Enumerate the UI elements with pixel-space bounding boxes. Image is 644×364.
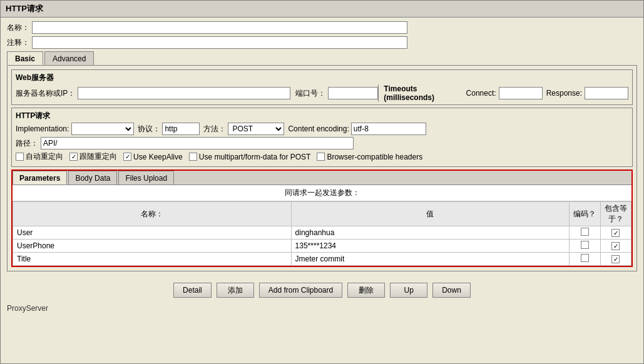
params-title: 同请求一起发送参数：: [13, 185, 631, 201]
detail-button[interactable]: Detail: [173, 283, 212, 298]
connect-label: Connect:: [466, 89, 496, 98]
comment-input[interactable]: [32, 36, 407, 49]
response-label: Response:: [546, 89, 582, 98]
http-request-row1: Implementation: 协议： 方法： POST GET PUT DEL…: [16, 123, 628, 135]
name-row: 名称： HTTP请求 application/x-www-form-urlenc…: [7, 21, 637, 34]
param-encode-cell[interactable]: [570, 226, 600, 240]
title-bar: HTTP请求: [1, 1, 643, 18]
up-button[interactable]: Up: [390, 283, 427, 298]
tab-body-data[interactable]: Body Data: [68, 171, 117, 185]
table-row: TitleJmeter commit: [13, 253, 631, 266]
tab-parameters[interactable]: Parameters: [13, 171, 67, 185]
col-encode-header: 编码？: [570, 202, 600, 226]
col-name-header: 名称：: [13, 202, 292, 226]
params-tab-row: Parameters Body Data Files Upload: [13, 171, 631, 185]
param-name-cell: UserPhone: [13, 240, 292, 253]
col-value-header: 值: [291, 202, 570, 226]
main-tabs-area: Basic Advanced Web服务器 服务器名称或IP： 端口号：: [7, 51, 637, 271]
checkbox-keepalive[interactable]: Use KeepAlive: [123, 153, 183, 161]
param-include-cell[interactable]: [600, 240, 631, 253]
impl-label: Implementation:: [16, 124, 69, 133]
protocol-label: 协议：: [138, 124, 160, 134]
table-row: Userdinghanhua: [13, 226, 631, 240]
http-request-section: HTTP请求 Implementation: 协议： 方法： POST GET …: [11, 108, 633, 167]
checkbox-auto-redirect[interactable]: 自动重定向: [16, 151, 63, 162]
down-button[interactable]: Down: [432, 283, 471, 298]
params-content: 同请求一起发送参数： 名称： 值 编码？ 包含等于？: [13, 185, 631, 266]
param-include-cell[interactable]: [600, 253, 631, 266]
method-label: 方法：: [203, 124, 226, 134]
path-label: 路径：: [16, 138, 38, 149]
tab-files-upload[interactable]: Files Upload: [118, 171, 174, 185]
path-input[interactable]: [41, 137, 354, 149]
encoding-input[interactable]: [351, 123, 426, 135]
param-value-cell: Jmeter commit: [291, 253, 570, 266]
main-tab-row: Basic Advanced: [7, 51, 637, 65]
checkbox-browser-headers[interactable]: Browser-compatible headers: [317, 153, 422, 161]
form-area: 名称： HTTP请求 application/x-www-form-urlenc…: [1, 18, 643, 278]
timeouts-label: Timeouts (milliseconds): [384, 84, 461, 102]
add-from-clipboard-button[interactable]: Add from Clipboard: [259, 283, 342, 298]
col-include-header: 包含等于？: [600, 202, 631, 226]
port-label: 端口号：: [295, 88, 325, 99]
checkboxes-row: 自动重定向 跟随重定向 Use KeepAlive Use multi: [16, 151, 628, 162]
main-window: HTTP请求 名称： HTTP请求 application/x-www-form…: [0, 0, 644, 364]
delete-button[interactable]: 删除: [347, 283, 385, 298]
http-request-label: HTTP请求: [16, 111, 628, 121]
bottom-label: ProxyServer: [1, 303, 643, 314]
port-input[interactable]: [328, 87, 378, 99]
checkbox-multipart[interactable]: Use multipart/form-data for POST: [189, 153, 311, 161]
name-label: 名称：: [7, 23, 29, 33]
impl-select[interactable]: [71, 123, 134, 135]
checkbox-follow-redirect[interactable]: 跟随重定向: [69, 151, 117, 162]
method-select[interactable]: POST GET PUT DELETE: [228, 123, 284, 135]
tab-content-basic: Web服务器 服务器名称或IP： 端口号： Timeouts (millisec…: [7, 65, 637, 271]
param-value-cell: 135****1234: [291, 240, 570, 253]
web-server-section: Web服务器 服务器名称或IP： 端口号： Timeouts (millisec…: [11, 69, 633, 105]
params-table: 名称： 值 编码？ 包含等于？ UserdinghanhuaUserPhone1…: [13, 201, 631, 266]
param-include-cell[interactable]: [600, 226, 631, 240]
param-encode-cell[interactable]: [570, 253, 600, 266]
comment-label: 注释：: [7, 38, 29, 48]
tab-basic[interactable]: Basic: [7, 51, 43, 65]
tab-advanced[interactable]: Advanced: [44, 51, 94, 65]
server-input[interactable]: [78, 87, 290, 99]
response-input[interactable]: [585, 87, 628, 99]
encoding-label: Content encoding:: [288, 124, 349, 133]
add-button[interactable]: 添加: [217, 283, 254, 298]
param-name-cell: Title: [13, 253, 292, 266]
http-request-row2: 路径：: [16, 137, 628, 149]
buttons-row: Detail 添加 Add from Clipboard 删除 Up Down: [1, 278, 643, 303]
comment-row: 注释：: [7, 36, 637, 49]
window-title: HTTP请求: [6, 4, 43, 13]
param-value-cell: dinghanhua: [291, 226, 570, 240]
connect-input[interactable]: [499, 87, 543, 99]
params-outer: Parameters Body Data Files Upload 同请求一起发…: [11, 169, 633, 267]
protocol-input[interactable]: [162, 123, 200, 135]
web-server-label: Web服务器: [16, 73, 628, 83]
param-name-cell: User: [13, 226, 292, 240]
table-row: UserPhone135****1234: [13, 240, 631, 253]
param-encode-cell[interactable]: [570, 240, 600, 253]
name-input[interactable]: HTTP请求 application/x-www-form-urlencoded: [32, 21, 407, 34]
server-label: 服务器名称或IP：: [16, 88, 75, 99]
